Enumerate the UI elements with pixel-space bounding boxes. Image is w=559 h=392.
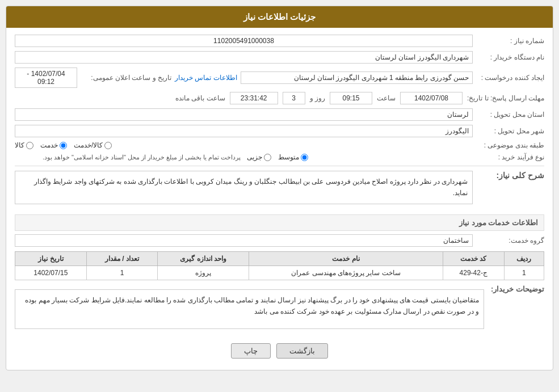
buyer-org-row: نام دستگاه خریدار : شهرداری الیگودرز است… bbox=[15, 51, 544, 64]
response-date-value: 1402/07/08 bbox=[400, 92, 463, 104]
public-date-label: تاریخ و ساعت اعلان عمومی: bbox=[81, 74, 171, 82]
page-title: جزئیات اطلاعات نیاز bbox=[6, 6, 553, 28]
category-kala-khadamat-label: کالا/خدمت bbox=[74, 141, 103, 149]
buyer-notes-label: توضیحات خریدار: bbox=[487, 285, 544, 293]
category-row: طبقه بندی موضوعی : کالا/خدمت خدمت کالا bbox=[15, 141, 544, 149]
header-title: جزئیات اطلاعات نیاز bbox=[243, 12, 316, 22]
city-value: الیگودرز bbox=[15, 125, 473, 137]
general-desc-label: شرح کلی نیاز: bbox=[476, 171, 544, 180]
response-date-label: مهلت ارسال پاسخ: تا تاریخ: bbox=[467, 94, 544, 102]
service-group-row: گروه خدمت: ساختمان bbox=[15, 234, 544, 247]
print-button[interactable]: چاپ bbox=[231, 343, 271, 359]
cell-date: 1402/07/15 bbox=[15, 265, 87, 280]
category-label: طبقه بندی موضوعی : bbox=[476, 141, 544, 149]
response-countdown-value: 23:31:42 bbox=[230, 92, 278, 104]
purchase-motavasset-item: متوسط bbox=[278, 153, 308, 161]
buyer-notes-value: متقاضیان بایستی قیمت های پیشنهادی خود را… bbox=[15, 289, 484, 329]
requester-text: حسن گودرزی رابط منطقه 1 شهرداری الیگودرز… bbox=[294, 74, 469, 82]
purchase-jozvi-radio[interactable] bbox=[264, 154, 271, 161]
purchase-radio-group: جزیی متوسط bbox=[247, 153, 473, 161]
service-table-section: ردیف کد خدمت نام خدمت واحد اندازه گیری ت… bbox=[15, 251, 544, 280]
public-date-value: 1402/07/04 - 09:12 bbox=[15, 68, 77, 88]
cell-row: 1 bbox=[504, 265, 544, 280]
col-header-name: نام خدمت bbox=[249, 251, 443, 265]
category-khadamat-radio[interactable] bbox=[60, 142, 67, 149]
table-row: 1 ج-42-429 ساخت سایر پروژه‌های مهندسی عم… bbox=[15, 265, 544, 280]
city-label: شهر محل تحویل : bbox=[476, 127, 544, 135]
category-kala-item: کالا bbox=[15, 141, 33, 149]
cell-name: ساخت سایر پروژه‌های مهندسی عمران bbox=[249, 265, 443, 280]
col-header-unit: واحد اندازه گیری bbox=[158, 251, 249, 265]
category-kala-radio[interactable] bbox=[26, 142, 33, 149]
province-value: لرستان bbox=[15, 108, 473, 121]
category-khadamat-label: خدمت bbox=[40, 141, 58, 149]
purchase-note: پرداخت تمام یا بخشی از مبلغ خریدار از مح… bbox=[15, 154, 241, 161]
requester-value: حسن گودرزی رابط منطقه 1 شهرداری الیگودرز… bbox=[241, 71, 473, 84]
city-row: شهر محل تحویل : الیگودرز bbox=[15, 125, 544, 137]
need-number-value: 1102005491000038 bbox=[15, 35, 473, 47]
service-info-header: اطلاعات خدمات مورد نیاز bbox=[15, 214, 544, 231]
service-table: ردیف کد خدمت نام خدمت واحد اندازه گیری ت… bbox=[15, 251, 544, 280]
col-header-code: کد خدمت bbox=[443, 251, 504, 265]
province-label: استان محل تحویل : bbox=[476, 111, 544, 119]
need-number-row: شماره نیاز : 1102005491000038 bbox=[15, 35, 544, 47]
category-khadamat-item: خدمت bbox=[40, 141, 67, 149]
col-header-date: تاریخ نیاز bbox=[15, 251, 87, 265]
general-desc-row: شرح کلی نیاز: شهرداری در نظر دارد پروژه … bbox=[15, 171, 544, 210]
buyer-notes-row: توضیحات خریدار: متقاضیان بایستی قیمت های… bbox=[15, 285, 544, 334]
requester-row: ایجاد کننده درخواست : حسن گودرزی رابط من… bbox=[15, 68, 544, 88]
purchase-motavasset-label: متوسط bbox=[278, 153, 299, 161]
response-time-value: 09:15 bbox=[330, 92, 372, 104]
col-header-count: تعداد / مقدار bbox=[86, 251, 158, 265]
day-label: روز و bbox=[310, 94, 325, 102]
category-radio-group: کالا/خدمت خدمت کالا bbox=[15, 141, 473, 149]
time-label: ساعت bbox=[377, 94, 396, 102]
purchase-motavasset-radio[interactable] bbox=[301, 154, 308, 161]
remaining-label: ساعت باقی مانده bbox=[175, 94, 225, 102]
back-button[interactable]: بازگشت bbox=[276, 343, 328, 359]
response-date-row: مهلت ارسال پاسخ: تا تاریخ: 1402/07/08 سا… bbox=[15, 92, 544, 104]
table-body: 1 ج-42-429 ساخت سایر پروژه‌های مهندسی عم… bbox=[15, 265, 544, 280]
requester-label: ایجاد کننده درخواست : bbox=[476, 74, 544, 82]
buyer-org-label: نام دستگاه خریدار : bbox=[476, 53, 544, 61]
col-header-row: ردیف bbox=[504, 251, 544, 265]
cell-count: 1 bbox=[86, 265, 158, 280]
bottom-buttons: بازگشت چاپ bbox=[15, 338, 544, 363]
cell-unit: پروژه bbox=[158, 265, 249, 280]
cell-code: ج-42-429 bbox=[443, 265, 504, 280]
card-body: شماره نیاز : 1102005491000038 نام دستگاه… bbox=[6, 28, 553, 370]
category-kala-khadamat-item: کالا/خدمت bbox=[74, 141, 112, 149]
contact-info-link[interactable]: اطلاعات تماس خریدار bbox=[175, 74, 237, 82]
response-days-value: 3 bbox=[283, 92, 305, 104]
buyer-org-value: شهرداری الیگودرز استان لرستان bbox=[15, 51, 473, 64]
province-row: استان محل تحویل : لرستان bbox=[15, 108, 544, 121]
purchase-jozvi-label: جزیی bbox=[247, 153, 262, 161]
divider-1 bbox=[15, 166, 544, 166]
service-group-value: ساختمان bbox=[15, 234, 473, 247]
table-header-row: ردیف کد خدمت نام خدمت واحد اندازه گیری ت… bbox=[15, 251, 544, 265]
need-number-label: شماره نیاز : bbox=[476, 37, 544, 45]
service-group-label: گروه خدمت: bbox=[476, 237, 544, 245]
category-kala-label: کالا bbox=[15, 141, 24, 149]
purchase-type-row: نوع فرآیند خرید : جزیی متوسط پرداخت تمام… bbox=[15, 153, 544, 161]
purchase-type-label: نوع فرآیند خرید : bbox=[476, 153, 544, 161]
main-card: جزئیات اطلاعات نیاز شماره نیاز : 1102005… bbox=[6, 6, 553, 370]
category-kala-khadamat-radio[interactable] bbox=[104, 142, 112, 149]
general-desc-value: شهرداری در نظر دارد پروژه اصلاح میادین ف… bbox=[15, 171, 473, 204]
purchase-jozvi-item: جزیی bbox=[247, 153, 271, 161]
